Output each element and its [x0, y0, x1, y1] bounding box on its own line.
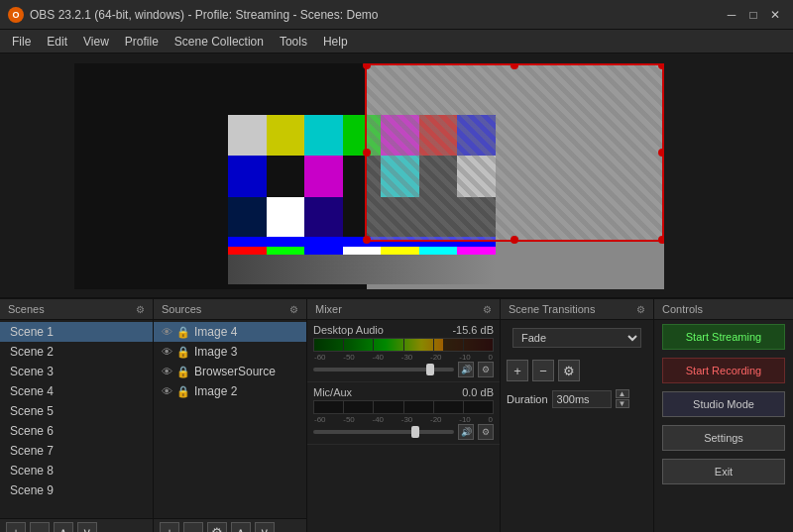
menu-scene-collection[interactable]: Scene Collection	[167, 33, 272, 51]
eye-icon[interactable]: 👁	[162, 366, 172, 377]
sources-list: 👁 🔒 Image 4 👁 🔒 Image 3 👁 🔒 BrowserSourc…	[154, 320, 306, 518]
menu-help[interactable]: Help	[315, 33, 356, 51]
lock-icon[interactable]: 🔒	[176, 326, 190, 339]
source-item[interactable]: 👁 🔒 Image 3	[154, 342, 306, 362]
source-name: Image 2	[194, 384, 237, 398]
scene-item[interactable]: Scene 2	[0, 342, 153, 362]
source-name: Image 3	[194, 345, 237, 359]
menu-edit[interactable]: Edit	[39, 33, 75, 51]
mic-config-button[interactable]: ⚙	[478, 424, 494, 440]
scenes-list: Scene 1 Scene 2 Scene 3 Scene 4 Scene 5 …	[0, 320, 153, 518]
sources-remove-button[interactable]: −	[183, 522, 203, 532]
transition-config-button[interactable]: ⚙	[558, 360, 580, 381]
preview-canvas[interactable]	[74, 63, 664, 289]
desktop-audio-meter	[313, 338, 494, 352]
scenes-label: Scenes	[8, 303, 45, 315]
desktop-audio-db: -15.6 dB	[452, 324, 494, 336]
sources-down-button[interactable]: ∨	[255, 522, 275, 532]
scene-item[interactable]: Scene 3	[0, 362, 153, 381]
transition-add-remove: + − ⚙	[501, 356, 653, 385]
source-item[interactable]: 👁 🔒 BrowserSource	[154, 362, 306, 381]
menu-tools[interactable]: Tools	[272, 33, 315, 51]
eye-icon[interactable]: 👁	[162, 385, 172, 397]
mixer-panel: Mixer ⚙ Desktop Audio -15.6 dB	[307, 299, 501, 532]
scene-item[interactable]: Scene 5	[0, 401, 153, 421]
mic-aux-fader[interactable]	[313, 430, 454, 434]
scene-item[interactable]: Scene 4	[0, 381, 153, 401]
start-recording-button[interactable]: Start Recording	[662, 358, 785, 383]
sources-toolbar: + − ⚙ ∧ ∨	[154, 518, 306, 532]
settings-button[interactable]: Settings	[662, 425, 785, 451]
lock-icon[interactable]: 🔒	[176, 366, 190, 378]
window-title: OBS 23.2.1 (64-bit, windows) - Profile: …	[30, 8, 720, 22]
maximize-button[interactable]: □	[743, 5, 763, 25]
controls-panel: Controls Start Streaming Start Recording…	[654, 299, 793, 532]
transitions-settings-icon[interactable]: ⚙	[636, 304, 645, 315]
duration-input[interactable]	[552, 390, 612, 408]
scene-item[interactable]: Scene 6	[0, 421, 153, 441]
sources-settings-icon[interactable]: ⚙	[289, 304, 298, 315]
mute-button[interactable]: 🔊	[458, 362, 474, 377]
scenes-down-button[interactable]: ∨	[77, 522, 97, 532]
start-streaming-button[interactable]: Start Streaming	[662, 324, 785, 350]
scene-item[interactable]: Scene 7	[0, 441, 153, 461]
lock-icon[interactable]: 🔒	[176, 346, 190, 359]
source-item[interactable]: 👁 🔒 Image 2	[154, 381, 306, 401]
lock-icon[interactable]: 🔒	[176, 385, 190, 398]
desktop-audio-name: Desktop Audio -15.6 dB	[313, 324, 494, 336]
scene-item[interactable]: Scene 1	[0, 322, 153, 342]
panels-container: Scenes ⚙ Scene 1 Scene 2 Scene 3 Scene 4…	[0, 299, 793, 532]
menu-view[interactable]: View	[75, 33, 117, 51]
eye-icon[interactable]: 👁	[162, 326, 172, 338]
scene-transitions-panel: Scene Transitions ⚙ Fade Cut Swipe Slide…	[501, 299, 654, 532]
scenes-panel: Scenes ⚙ Scene 1 Scene 2 Scene 3 Scene 4…	[0, 299, 154, 532]
mixer-panel-header: Mixer ⚙	[307, 299, 500, 320]
menu-profile[interactable]: Profile	[117, 33, 167, 51]
menu-bar: File Edit View Profile Scene Collection …	[0, 30, 793, 53]
duration-down-arrow[interactable]: ▼	[616, 399, 629, 408]
mic-aux-db: 0.0 dB	[462, 386, 494, 398]
eye-icon[interactable]: 👁	[162, 346, 172, 358]
mic-aux-track: Mic/Aux 0.0 dB -60-50-40-30-20-100	[307, 382, 500, 445]
studio-mode-button[interactable]: Studio Mode	[662, 391, 785, 417]
mic-aux-meter	[313, 400, 494, 414]
desktop-audio-fader-row: 🔊 ⚙	[313, 362, 494, 377]
transition-type-select[interactable]: Fade Cut Swipe Slide Stinger	[512, 328, 641, 348]
scene-item[interactable]: Scene 8	[0, 461, 153, 480]
controls-label: Controls	[662, 303, 703, 315]
sources-add-button[interactable]: +	[160, 522, 179, 532]
source-item[interactable]: 👁 🔒 Image 4	[154, 322, 306, 342]
mic-mute-button[interactable]: 🔊	[458, 424, 474, 440]
scenes-up-button[interactable]: ∧	[54, 522, 73, 532]
source-name: Image 4	[194, 325, 237, 339]
duration-spinbox: ▲ ▼	[616, 389, 629, 408]
scenes-remove-button[interactable]: −	[30, 522, 50, 532]
scenes-settings-icon[interactable]: ⚙	[136, 304, 145, 315]
minimize-button[interactable]: ─	[722, 5, 741, 25]
duration-label: Duration	[507, 393, 548, 405]
transition-remove-button[interactable]: −	[532, 360, 554, 381]
desktop-audio-track: Desktop Audio -15.6 dB -60-50-40-30-	[307, 320, 500, 382]
transition-add-button[interactable]: +	[507, 360, 528, 381]
mic-aux-name: Mic/Aux 0.0 dB	[313, 386, 494, 398]
close-button[interactable]: ✕	[765, 5, 785, 25]
sources-label: Sources	[162, 303, 201, 315]
exit-button[interactable]: Exit	[662, 459, 785, 484]
mic-aux-fader-row: 🔊 ⚙	[313, 424, 494, 440]
sources-up-button[interactable]: ∧	[231, 522, 251, 532]
preview-area	[0, 53, 793, 299]
menu-file[interactable]: File	[4, 33, 39, 51]
mixer-config-button[interactable]: ⚙	[478, 362, 494, 377]
scene-item[interactable]: Scene 9	[0, 480, 153, 500]
scenes-add-button[interactable]: +	[6, 522, 26, 532]
fader-thumb[interactable]	[426, 364, 434, 375]
mixer-settings-icon[interactable]: ⚙	[483, 304, 492, 315]
transitions-panel-header: Scene Transitions ⚙	[501, 299, 653, 320]
duration-up-arrow[interactable]: ▲	[616, 389, 629, 398]
sources-settings-button[interactable]: ⚙	[207, 522, 227, 532]
transition-type-container: Fade Cut Swipe Slide Stinger	[501, 320, 653, 356]
desktop-audio-fader[interactable]	[313, 368, 454, 372]
duration-row: Duration ▲ ▼	[501, 385, 653, 412]
fader-thumb[interactable]	[411, 426, 419, 438]
controls-panel-header: Controls	[654, 299, 793, 320]
